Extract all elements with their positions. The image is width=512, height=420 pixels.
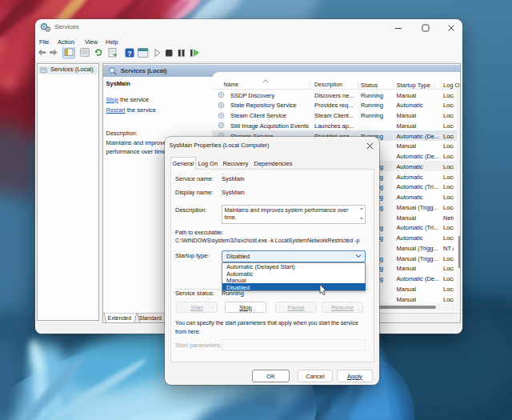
svg-text:?: ? — [127, 50, 132, 58]
